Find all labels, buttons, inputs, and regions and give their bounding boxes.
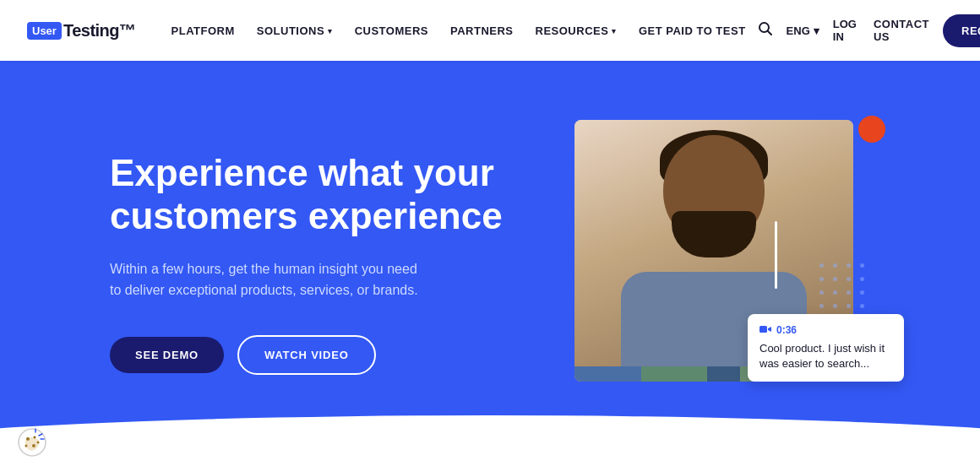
comment-timestamp: 0:36 xyxy=(760,324,892,336)
nav-item-solutions[interactable]: SOLUTIONS ▾ xyxy=(248,18,341,44)
hero-subtitle: Within a few hours, get the human insigh… xyxy=(110,258,431,301)
request-trial-button[interactable]: REQUEST TRIAL xyxy=(943,14,980,47)
logo-text: Testing™ xyxy=(63,21,136,41)
comment-card: 0:36 Cool product. I just wish it was ea… xyxy=(748,314,904,382)
lang-label: ENG xyxy=(787,24,810,37)
nav-links: PLATFORM SOLUTIONS ▾ CUSTOMERS PARTNERS … xyxy=(163,18,754,44)
hero-title: Experience what your customers experienc… xyxy=(110,152,515,237)
nav-item-platform[interactable]: PLATFORM xyxy=(163,18,243,44)
video-icon xyxy=(760,325,771,335)
hero-section: Experience what your customers experienc… xyxy=(0,61,980,466)
comment-text: Cool product. I just wish it was easier … xyxy=(760,341,892,371)
hero-buttons: SEE DEMO WATCH VIDEO xyxy=(110,335,558,375)
search-icon[interactable] xyxy=(754,18,776,43)
chevron-down-icon: ▾ xyxy=(612,27,617,35)
login-button[interactable]: LOG IN xyxy=(830,11,860,50)
logo-box: User xyxy=(27,22,62,40)
contact-us-button[interactable]: CONTACT US xyxy=(870,11,933,50)
record-indicator xyxy=(858,116,885,143)
svg-rect-2 xyxy=(760,326,767,333)
logo[interactable]: User Testing™ xyxy=(27,21,136,41)
comment-time-value: 0:36 xyxy=(776,324,797,336)
see-demo-button[interactable]: SEE DEMO xyxy=(110,337,224,373)
nav-item-partners[interactable]: PARTNERS xyxy=(442,18,522,44)
svg-line-1 xyxy=(767,31,770,35)
bottom-curve xyxy=(0,415,980,466)
nav-right: ENG ▾ LOG IN CONTACT US REQUEST TRIAL xyxy=(754,11,980,50)
navbar: User Testing™ PLATFORM SOLUTIONS ▾ CUSTO… xyxy=(0,0,980,61)
nav-item-customers[interactable]: CUSTOMERS xyxy=(346,18,437,44)
nav-item-get-paid[interactable]: GET PAID TO TEST xyxy=(630,18,754,44)
chevron-down-icon: ▾ xyxy=(328,27,333,35)
nav-item-resources[interactable]: RESOURCES ▾ xyxy=(527,18,625,44)
decorative-dots xyxy=(819,263,870,314)
watch-video-button[interactable]: WATCH VIDEO xyxy=(237,335,376,375)
chevron-down-icon: ▾ xyxy=(814,24,819,37)
hero-left: Experience what your customers experienc… xyxy=(110,152,558,374)
lang-selector[interactable]: ENG ▾ xyxy=(787,24,819,37)
cookie-icon-container[interactable] xyxy=(17,427,47,458)
hero-right: 0:36 Cool product. I just wish it was ea… xyxy=(558,95,879,432)
